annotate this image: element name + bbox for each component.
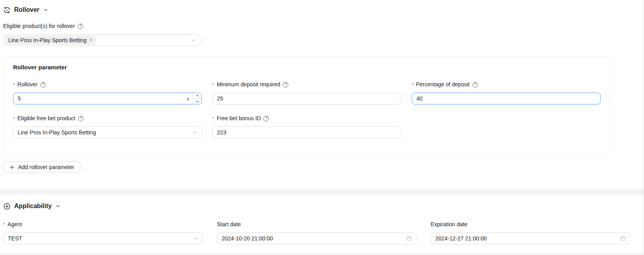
chevron-down-icon[interactable] <box>43 7 48 12</box>
free-bet-product-select[interactable]: Line Pros In-Play Sports Betting <box>13 127 202 138</box>
agent-field: * Agent TEST <box>3 221 203 244</box>
decrement-button[interactable] <box>193 99 202 104</box>
required-asterisk: * <box>412 81 414 88</box>
start-date-label: Start date <box>217 221 241 228</box>
rollover-section: Rollover Eligible product(s) for rollove… <box>0 0 644 189</box>
applicability-section-title: Applicability <box>14 203 52 210</box>
rollover-field: * Rollover ? x <box>13 81 202 104</box>
eligible-products-label: Eligible product(s) for rollover <box>3 23 75 30</box>
agent-value: TEST <box>8 235 22 242</box>
rollover-parameter-row-1: * Rollover ? x <box>13 81 601 104</box>
plus-circle-icon <box>3 203 11 210</box>
expiration-date-picker[interactable]: 2024-12-27 21:00:00 <box>431 233 630 244</box>
required-asterisk: * <box>212 81 214 88</box>
help-icon[interactable]: ? <box>78 116 84 121</box>
rollover-input-field[interactable] <box>13 93 187 104</box>
chevron-down-icon <box>191 38 196 43</box>
calendar-icon <box>406 236 412 242</box>
free-bet-product-field: * Eligible free bet product ? Line Pros … <box>13 115 202 138</box>
chevron-down-icon <box>192 130 197 135</box>
expiration-date-value: 2024-12-27 21:00:00 <box>435 235 487 242</box>
required-asterisk: * <box>3 221 5 228</box>
rollover-section-title: Rollover <box>14 6 39 13</box>
help-icon[interactable]: ? <box>263 116 269 121</box>
required-asterisk: * <box>212 115 214 122</box>
plus-icon <box>9 165 15 170</box>
rollover-label: Rollover <box>17 81 37 88</box>
expiration-date-field: Expiration date 2024-12-27 21:00:00 <box>431 221 630 244</box>
agent-select[interactable]: TEST <box>3 233 203 244</box>
min-deposit-label: Minimum deposit required <box>217 81 280 88</box>
selected-product-tag: Line Pros In-Play Sports Betting ✕ <box>5 35 96 45</box>
rollover-parameter-card-title: Rollover parameter <box>13 64 601 71</box>
increment-button[interactable] <box>193 93 202 99</box>
eligible-products-label-row: Eligible product(s) for rollover ? <box>3 23 641 30</box>
chevron-down-icon[interactable] <box>56 204 60 208</box>
eligible-products-select[interactable]: Line Pros In-Play Sports Betting ✕ <box>3 34 200 46</box>
help-icon[interactable]: ? <box>40 82 46 87</box>
help-icon[interactable]: ? <box>283 82 288 87</box>
bonus-config-page: Rollover Eligible product(s) for rollove… <box>0 0 644 255</box>
rollover-number-input[interactable]: x <box>13 93 202 104</box>
applicability-section-header[interactable]: Applicability <box>3 201 641 211</box>
free-bet-bonus-id-input[interactable] <box>212 127 401 138</box>
required-asterisk: * <box>13 115 15 122</box>
section-divider <box>0 189 644 195</box>
eligible-products-field: Eligible product(s) for rollover ? Line … <box>3 23 641 46</box>
rollover-suffix: x <box>187 93 193 104</box>
add-rollover-parameter-label: Add rollover parameter <box>18 164 74 170</box>
tag-label: Line Pros In-Play Sports Betting <box>8 37 86 43</box>
chevron-down-icon <box>193 236 198 241</box>
percentage-of-deposit-input[interactable] <box>412 93 601 104</box>
bottom-divider <box>0 253 644 255</box>
expiration-date-label: Expiration date <box>431 221 467 228</box>
min-deposit-field: * Minimum deposit required ? <box>212 81 401 104</box>
add-rollover-parameter-button[interactable]: Add rollover parameter <box>3 161 80 173</box>
free-bet-bonus-id-label: Free bet bonus ID <box>217 115 261 122</box>
rollover-parameter-row-2: * Eligible free bet product ? Line Pros … <box>13 115 601 138</box>
agent-label: Agent <box>7 221 22 228</box>
start-date-field: Start date 2024-10-20 21:00:00 <box>217 221 416 244</box>
free-bet-bonus-id-field: * Free bet bonus ID ? <box>212 115 401 138</box>
applicability-section: Applicability * Agent TEST <box>0 195 644 244</box>
rollover-sync-icon <box>3 6 11 14</box>
start-date-value: 2024-10-20 21:00:00 <box>222 235 273 242</box>
start-date-picker[interactable]: 2024-10-20 21:00:00 <box>217 233 416 244</box>
rollover-section-header[interactable]: Rollover <box>3 5 641 15</box>
rollover-parameter-card: Rollover parameter * Rollover ? x <box>3 57 610 153</box>
free-bet-product-value: Line Pros In-Play Sports Betting <box>18 129 96 136</box>
calendar-icon <box>620 236 626 242</box>
applicability-fields-row: * Agent TEST Start date 2024-10-20 21:00… <box>3 221 641 244</box>
required-asterisk: * <box>13 81 15 88</box>
min-deposit-input[interactable] <box>212 93 401 104</box>
help-icon[interactable]: ? <box>472 82 478 87</box>
percentage-of-deposit-label: Percentage of deposit <box>416 81 470 88</box>
help-icon[interactable]: ? <box>78 24 83 29</box>
number-stepper <box>193 93 202 104</box>
tag-remove-icon[interactable]: ✕ <box>89 38 92 42</box>
free-bet-product-label: Eligible free bet product <box>17 115 75 122</box>
percentage-of-deposit-field: * Percentage of deposit ? <box>412 81 601 104</box>
